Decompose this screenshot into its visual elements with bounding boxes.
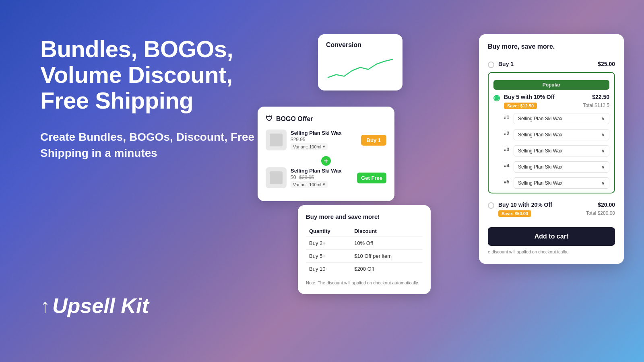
volume-card: Buy more and save more! Quantity Discoun… — [298, 205, 431, 294]
variant-list: #1 Selling Plan Ski Wax ∨ #2 Selling Pla… — [504, 111, 609, 189]
buymore-card: Buy more, save more. Buy 1 $25.00 Popula… — [479, 34, 624, 264]
add-to-cart-button[interactable]: Add to cart — [488, 227, 615, 246]
volume-row-1: Buy 2+ 10% Off — [306, 237, 423, 250]
bogo-header: 🛡 BOGO Offer — [266, 115, 386, 123]
volume-title: Buy more and save more! — [306, 213, 423, 220]
save-badge-5: Save: $12.50 — [504, 103, 537, 109]
bogo-variant-1[interactable]: Variant: 100ml ▾ — [291, 143, 328, 150]
radio-buy1[interactable] — [488, 62, 494, 68]
logo: ↑ Upsell Kit — [40, 294, 149, 318]
checkout-note: e discount will applied on checkout ical… — [488, 249, 615, 255]
volume-row-3: Buy 10+ $200 Off — [306, 263, 423, 276]
radio-buy10[interactable] — [488, 202, 494, 209]
variant-row-3: #3 Selling Plan Ski Wax ∨ — [504, 143, 609, 156]
buymore-option-1[interactable]: Buy 1 $25.00 — [488, 57, 615, 72]
bogo-variant-2[interactable]: Variant: 100ml ▾ — [291, 181, 328, 188]
hero-title: Bundles, BOGOs, Volume Discount, Free Sh… — [40, 36, 266, 113]
bogo-item-2: Selling Plan Ski Wax $0 $29.95 Variant: … — [266, 167, 386, 188]
volume-row-2: Buy 5+ $10 Off per item — [306, 250, 423, 263]
variant-dropdown-4[interactable]: Selling Plan Ski Wax ∨ — [514, 161, 609, 173]
bogo-item-1-info: Selling Plan Ski Wax $29.95 Variant: 100… — [291, 130, 357, 150]
bogo-card: 🛡 BOGO Offer Selling Plan Ski Wax $29.95… — [258, 107, 394, 201]
buymore-title: Buy more, save more. — [488, 43, 615, 50]
hero-section: Bundles, BOGOs, Volume Discount, Free Sh… — [40, 36, 266, 161]
bogo-emoji: 🛡 — [266, 115, 273, 123]
variant-row-5: #5 Selling Plan Ski Wax ∨ — [504, 175, 609, 189]
bogo-divider: + — [266, 155, 386, 167]
bogo-item-2-image — [266, 167, 287, 188]
page-container: Bundles, BOGOs, Volume Discount, Free Sh… — [0, 0, 644, 362]
bogo-plus-icon: + — [321, 156, 331, 166]
bogo-title: BOGO Offer — [276, 115, 313, 123]
variant-dropdown-1[interactable]: Selling Plan Ski Wax ∨ — [514, 113, 609, 124]
logo-arrow-icon: ↑ — [40, 295, 50, 317]
save-badge-10: Save: $50.00 — [498, 210, 531, 217]
bogo-item-1-image — [266, 130, 287, 150]
popular-badge: Popular — [493, 80, 609, 90]
variant-dropdown-5[interactable]: Selling Plan Ski Wax ∨ — [514, 177, 609, 189]
volume-table: Quantity Discount Buy 2+ 10% Off Buy 5+ … — [306, 226, 423, 275]
col-quantity: Quantity — [306, 226, 351, 237]
bogo-item-2-info: Selling Plan Ski Wax $0 $29.95 Variant: … — [291, 168, 353, 188]
variant-row-4: #4 Selling Plan Ski Wax ∨ — [504, 159, 609, 173]
col-discount: Discount — [351, 226, 423, 237]
bogo-free-button[interactable]: Get Free — [357, 173, 386, 183]
conversion-chart — [326, 54, 394, 82]
variant-dropdown-3[interactable]: Selling Plan Ski Wax ∨ — [514, 145, 609, 156]
logo-text: ↑ Upsell Kit — [40, 294, 149, 318]
bogo-item-1: Selling Plan Ski Wax $29.95 Variant: 100… — [266, 130, 386, 150]
variant-row-2: #2 Selling Plan Ski Wax ∨ — [504, 127, 609, 140]
variant-dropdown-2[interactable]: Selling Plan Ski Wax ∨ — [514, 129, 609, 140]
buymore-option-3[interactable]: Buy 10 with 20% Off $20.00 Save: $50.00 … — [488, 197, 615, 221]
variant-row-1: #1 Selling Plan Ski Wax ∨ — [504, 111, 609, 124]
conversion-card: Conversion — [318, 34, 402, 90]
buymore-option-2-block[interactable]: Popular Buy 5 with 10% Off $22.50 Save: … — [488, 72, 615, 193]
bogo-buy-button[interactable]: Buy 1 — [361, 135, 386, 146]
hero-subtitle: Create Bundles, BOGOs, Discount, Free Sh… — [40, 129, 266, 160]
volume-note: Note: The discount will applied on check… — [306, 280, 423, 286]
conversion-label: Conversion — [326, 41, 394, 49]
radio-buy5[interactable] — [493, 95, 500, 101]
